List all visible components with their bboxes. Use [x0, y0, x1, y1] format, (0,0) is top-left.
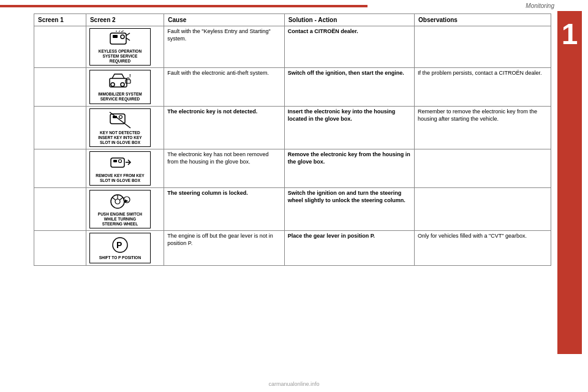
header-observations: Observations	[415, 14, 551, 26]
cell-solution-6: Place the gear lever in position P.	[284, 231, 414, 266]
remove-key-icon	[108, 154, 132, 172]
icon-box-key-not-detected: KEY NOT DETECTEDINSERT KEY INTO KEYSLOT …	[89, 108, 151, 147]
cell-observations-4	[415, 149, 551, 188]
cell-solution-5: Switch the ignition on and turn the stee…	[284, 187, 414, 230]
svg-line-6	[119, 31, 120, 32]
cell-solution-4: Remove the electronic key from the housi…	[284, 149, 414, 188]
icon-label-key-not-detected: KEY NOT DETECTEDINSERT KEY INTO KEYSLOT …	[98, 130, 141, 145]
header-solution: Solution - Action	[284, 14, 414, 26]
cell-screen1	[34, 26, 86, 68]
cell-observations-5	[415, 187, 551, 230]
svg-point-2	[121, 35, 124, 39]
cell-cause-2: Fault with the electronic anti-theft sys…	[164, 68, 284, 107]
svg-line-7	[121, 31, 124, 32]
icon-box-immobilizer: ! IMMOBILIZER SYSTEMSERVICE REQUIRED	[89, 70, 151, 104]
header-screen1: Screen 1	[34, 14, 86, 26]
svg-text:P: P	[116, 240, 122, 250]
cell-screen2: KEYLESS OPERATIONSYSTEM SERVICEREQUIRED	[86, 26, 164, 68]
table-row: KEY NOT DETECTEDINSERT KEY INTO KEYSLOT …	[34, 106, 551, 149]
svg-point-10	[121, 83, 124, 86]
table-row: KEYLESS OPERATIONSYSTEM SERVICEREQUIRED …	[34, 26, 551, 68]
icon-label-keyless: KEYLESS OPERATIONSYSTEM SERVICEREQUIRED	[99, 49, 141, 63]
icon-label-remove-key: REMOVE KEY FROM KEYSLOT IN GLOVE BOX	[96, 173, 144, 183]
cell-screen2: P SHIFT TO P POSITION	[86, 231, 164, 266]
cell-screen1	[34, 68, 86, 107]
main-table: Screen 1 Screen 2 Cause Solution - Actio…	[34, 13, 551, 266]
cell-observations-3: Remember to remove the electronic key fr…	[415, 106, 551, 149]
svg-rect-11	[126, 80, 130, 83]
table-row: REMOVE KEY FROM KEYSLOT IN GLOVE BOX The…	[34, 149, 551, 188]
cell-screen1	[34, 187, 86, 230]
svg-point-22	[115, 199, 120, 204]
icon-label-shift-p: SHIFT TO P POSITION	[99, 255, 141, 260]
svg-line-3	[126, 33, 130, 36]
cell-cause-4: The electronic key has not been removed …	[164, 149, 284, 188]
cell-screen2: ! IMMOBILIZER SYSTEMSERVICE REQUIRED	[86, 68, 164, 107]
svg-line-25	[119, 197, 123, 200]
cell-screen1	[34, 149, 86, 188]
steering-icon: ▶	[108, 192, 132, 211]
cell-observations-6: Only for vehicles filled with a "CVT" ge…	[415, 231, 551, 266]
svg-point-19	[118, 160, 121, 163]
cell-screen2: KEY NOT DETECTEDINSERT KEY INTO KEYSLOT …	[86, 106, 164, 149]
icon-label-steering: PUSH ENGINE SWITCHWHILE TURNINGSTEERING …	[98, 212, 142, 226]
icon-box-shift-p: P SHIFT TO P POSITION	[89, 233, 151, 263]
cell-screen2: REMOVE KEY FROM KEYSLOT IN GLOVE BOX	[86, 149, 164, 188]
footer-watermark: carmanualonline.info	[268, 381, 319, 387]
cell-screen1	[34, 231, 86, 266]
keyless-icon	[109, 31, 131, 48]
icon-box-steering: ▶ PUSH ENGINE SWITCHWHILE TURNINGSTEERIN…	[89, 190, 151, 228]
svg-line-24	[112, 197, 116, 200]
chapter-number: 1	[557, 11, 582, 354]
cell-solution-3: Insert the electronic key into the housi…	[284, 106, 414, 149]
icon-box-remove-key: REMOVE KEY FROM KEYSLOT IN GLOVE BOX	[89, 151, 151, 186]
icon-label-immobilizer: IMMOBILIZER SYSTEMSERVICE REQUIRED	[98, 92, 142, 102]
cell-cause-5: The steering column is locked.	[164, 187, 284, 230]
svg-rect-1	[113, 35, 118, 38]
header-cause: Cause	[164, 14, 284, 26]
main-content: Screen 1 Screen 2 Cause Solution - Actio…	[34, 13, 551, 374]
cell-cause-6: The engine is off but the gear lever is …	[164, 231, 284, 266]
key-not-detected-icon	[108, 111, 132, 129]
top-bar	[0, 0, 588, 11]
cell-solution-2: Switch off the ignition, then start the …	[284, 68, 414, 107]
table-row: ▶ PUSH ENGINE SWITCHWHILE TURNINGSTEERIN…	[34, 187, 551, 230]
cell-solution-1: Contact a CITROËN dealer.	[284, 26, 414, 68]
cell-observations-2: If the problem persists, contact a CITRO…	[415, 68, 551, 107]
immobilizer-icon: !	[108, 72, 132, 91]
shift-p-icon: P	[108, 236, 132, 254]
icon-box-keyless: KEYLESS OPERATIONSYSTEM SERVICEREQUIRED	[89, 28, 151, 66]
table-row: P SHIFT TO P POSITION The engine is off …	[34, 231, 551, 266]
page-title: Monitoring	[526, 2, 554, 9]
header-screen2: Screen 2	[86, 14, 164, 26]
cell-screen1	[34, 106, 86, 149]
table-row: ! IMMOBILIZER SYSTEMSERVICE REQUIRED Fau…	[34, 68, 551, 107]
svg-line-16	[110, 112, 130, 128]
svg-text:!: !	[129, 73, 131, 78]
svg-rect-17	[111, 158, 124, 167]
cell-cause-3: The electronic key is not detected.	[164, 106, 284, 149]
svg-point-15	[119, 115, 122, 118]
cell-screen2: ▶ PUSH ENGINE SWITCHWHILE TURNINGSTEERIN…	[86, 187, 164, 230]
cell-cause-1: Fault with the "Keyless Entry and Starti…	[164, 26, 284, 68]
svg-rect-18	[113, 160, 117, 162]
cell-observations-1	[415, 26, 551, 68]
svg-point-9	[111, 83, 115, 86]
svg-line-4	[126, 38, 130, 40]
top-bar-line	[0, 5, 368, 7]
